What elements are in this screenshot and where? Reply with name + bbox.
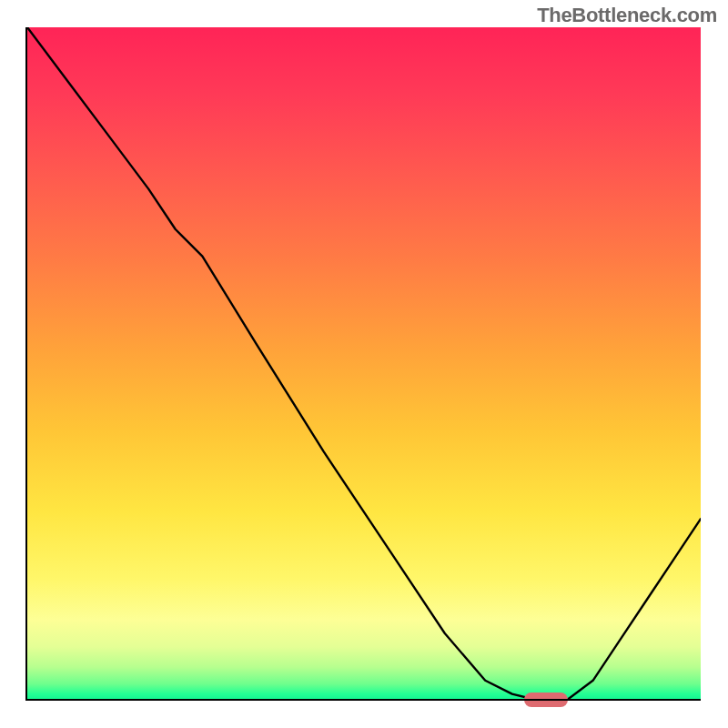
plot-area [27,27,701,701]
bottleneck-curve [27,27,701,701]
curve-svg [27,27,701,701]
attribution-text: TheBottleneck.com [537,4,717,27]
axis-x [27,699,701,701]
axis-y [25,27,27,701]
